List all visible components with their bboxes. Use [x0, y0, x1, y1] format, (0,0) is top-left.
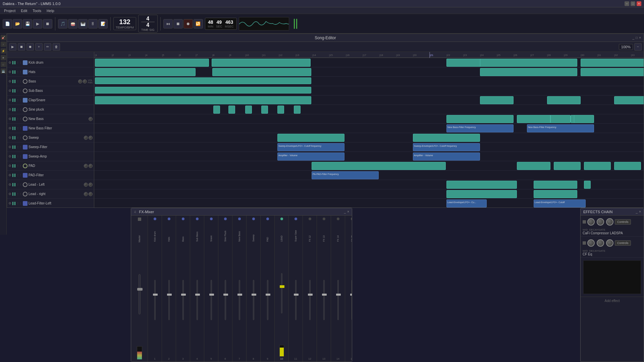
track-mute-padfilter[interactable]: [12, 174, 13, 177]
track-mute-leadleft[interactable]: [12, 183, 13, 186]
snare-fader-knob[interactable]: [209, 294, 214, 296]
leadright-vol-knob[interactable]: [84, 192, 88, 196]
track-gear-pad[interactable]: ⚙: [8, 164, 11, 168]
track-dots-hats[interactable]: ⋮⋮: [16, 70, 22, 73]
seg-kickdrum-4[interactable]: [480, 59, 577, 67]
track-name-padfilter[interactable]: PAD-Filter: [29, 173, 93, 177]
track-mute-sweep[interactable]: [12, 136, 13, 139]
track-dots-leadleft[interactable]: ⋮⋮: [16, 183, 22, 186]
fx15-send[interactable]: [351, 218, 352, 220]
seg-sweepfilter-1[interactable]: Sweep-Envelope/LFO+- Cutoff frequency: [277, 143, 344, 151]
track-name-pad[interactable]: PAD: [29, 164, 82, 168]
se-play-button[interactable]: ▶: [9, 43, 16, 51]
track-mute-kickdrum[interactable]: [12, 61, 13, 64]
track-mute-sweepfilter[interactable]: [12, 145, 13, 149]
track-name-sinepluck[interactable]: Sine pluck: [29, 108, 93, 111]
track-name-sweep[interactable]: Sweep: [29, 136, 82, 139]
seg-pad-late3[interactable]: [584, 162, 611, 170]
track-mute2-subbass[interactable]: [14, 89, 15, 93]
track-mute2-leadfilterleft[interactable]: [14, 202, 15, 205]
track-mute2-sinepluck[interactable]: [14, 108, 15, 111]
track-mute2-sweep[interactable]: [14, 136, 15, 139]
track-name-newbassfilter[interactable]: New Bass Filter: [29, 126, 93, 130]
seg-clapsnare-2[interactable]: [480, 96, 514, 104]
track-gear-bass[interactable]: ⚙: [8, 79, 11, 83]
ec-knob2b[interactable]: [597, 239, 604, 247]
track-mute-bass[interactable]: [12, 80, 13, 83]
seg-leadfilterleft-1[interactable]: Lead-Envelope/LFO+- Cu...: [446, 199, 487, 207]
supersaw-send[interactable]: [294, 218, 297, 220]
track-name-subbass[interactable]: Sub Bass: [29, 89, 93, 93]
ec-controls1-button[interactable]: Controls: [615, 219, 631, 225]
track-mute-sweepamp[interactable]: [12, 155, 13, 158]
track-name-sweepamp[interactable]: Sweep-Amp: [29, 155, 93, 158]
track-gear-sweep[interactable]: ⚙: [8, 136, 11, 139]
fx-close-button[interactable]: ×: [347, 210, 349, 214]
ec-controls2-button[interactable]: Controls: [615, 240, 631, 246]
se-close-button[interactable]: ×: [639, 36, 641, 40]
pad-send[interactable]: [266, 218, 269, 220]
track-gear-hats[interactable]: ⚙: [8, 70, 11, 74]
add-effect-button[interactable]: Add effect: [581, 297, 644, 305]
se-draw-button[interactable]: ✏: [44, 43, 51, 51]
kickdrum-fader-knob[interactable]: [153, 294, 158, 296]
track-gear-sweepamp[interactable]: ⚙: [8, 155, 11, 158]
fx-minimize-button[interactable]: _: [344, 210, 346, 214]
track-mute2-sweepfilter[interactable]: [14, 145, 15, 149]
leadright-pan-knob[interactable]: [89, 192, 93, 196]
export-button[interactable]: ▶: [33, 19, 42, 28]
track-mute2-hats[interactable]: [14, 70, 15, 74]
track-mute2-leadright[interactable]: [14, 192, 15, 196]
bass-send[interactable]: [182, 218, 184, 220]
pad-fader-knob[interactable]: [266, 294, 270, 296]
effects-icon[interactable]: ⚡: [1, 48, 6, 54]
seg-newbass-late3[interactable]: [574, 115, 594, 123]
track-name-bass[interactable]: Bass: [29, 79, 76, 83]
ec-knob1b[interactable]: [597, 218, 604, 226]
ec-close-button[interactable]: ×: [639, 210, 641, 214]
track-dots-sweepamp[interactable]: ⋮⋮: [16, 155, 22, 158]
newbass-fader-knob[interactable]: [237, 294, 242, 296]
open-button[interactable]: 📂: [13, 19, 22, 28]
fx13-send[interactable]: [323, 218, 325, 220]
seg-leadright-2[interactable]: [534, 190, 577, 198]
ec-knob2a[interactable]: [587, 239, 595, 247]
seg-sinepluck-1[interactable]: [213, 106, 220, 114]
leadleft-pan-knob[interactable]: [89, 183, 93, 187]
track-dots-leadfilterleft[interactable]: ⋮⋮: [16, 202, 22, 205]
track-gear-sinepluck[interactable]: ⚙: [8, 108, 11, 111]
track-mute-sinepluck[interactable]: [12, 108, 13, 111]
newbass-send[interactable]: [238, 218, 241, 220]
new-button[interactable]: 📄: [3, 19, 12, 28]
se-erase-button[interactable]: 🗑: [53, 43, 60, 51]
home-icon[interactable]: ⌂: [1, 62, 6, 67]
menu-help[interactable]: Help: [44, 8, 57, 13]
sinepluck-fader-knob[interactable]: [223, 294, 228, 296]
ec-effect2-active[interactable]: [583, 241, 586, 245]
sweep-pan-knob[interactable]: [89, 136, 93, 140]
track-name-clapsnare[interactable]: Clap/Snare: [29, 98, 93, 102]
seg-padfilter-1[interactable]: PA-PAD-Filter Frequency: [312, 171, 379, 179]
fx14-send[interactable]: [337, 218, 339, 220]
track-mute2-padfilter[interactable]: [14, 174, 15, 177]
seg-sinepluck-5[interactable]: [277, 106, 284, 114]
supersaw-fader-knob[interactable]: [294, 294, 299, 296]
menu-edit[interactable]: Edit: [18, 8, 30, 13]
seg-pad-late2[interactable]: [554, 162, 581, 170]
seg-subbass-1[interactable]: [95, 87, 311, 94]
fx12-fader-knob[interactable]: [308, 294, 313, 296]
lead-send[interactable]: [280, 218, 283, 220]
track-gear-leadright[interactable]: ⚙: [8, 192, 11, 196]
seg-sweepamp-1[interactable]: Amplifier - Volume: [277, 153, 344, 161]
sweep-send[interactable]: [252, 218, 255, 220]
computer-icon[interactable]: 💻: [1, 68, 6, 74]
track-dots-clapsnare[interactable]: ⋮⋮: [16, 99, 22, 102]
track-mute-newbass[interactable]: [12, 117, 13, 121]
track-name-leadleft[interactable]: Lead - Left: [29, 183, 82, 186]
seg-bass-1[interactable]: [95, 77, 311, 84]
seg-clapsnare-1[interactable]: [95, 96, 311, 104]
hats-fader-knob[interactable]: [167, 294, 172, 296]
track-mute2-newbassfilter[interactable]: [14, 127, 15, 130]
instruments-icon[interactable]: 🎸: [1, 35, 6, 40]
sweep-fader-knob[interactable]: [252, 294, 256, 296]
